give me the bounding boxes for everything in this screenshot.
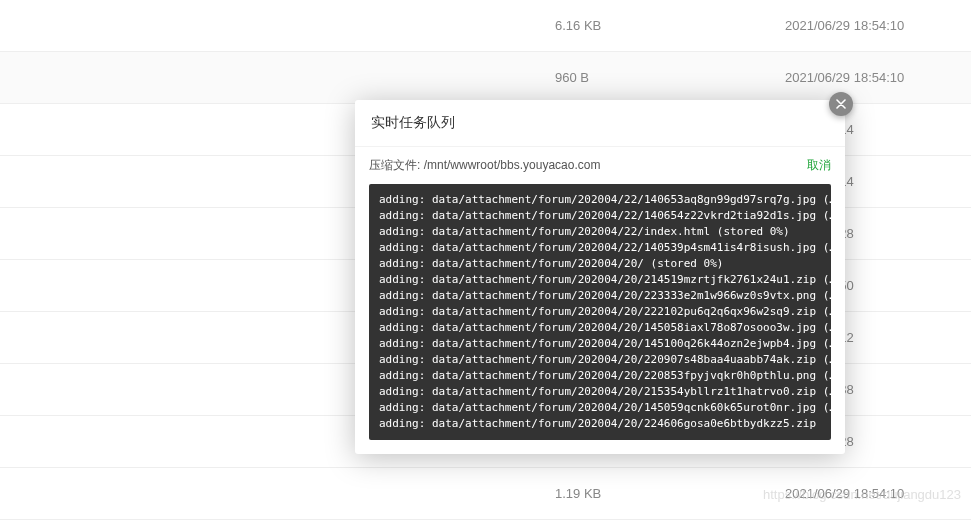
console-prefix: adding: — [379, 369, 425, 382]
console-line: adding: data/attachment/forum/202004/20/… — [379, 256, 821, 272]
console-trail: (stored 0%) — [644, 257, 723, 270]
console-prefix: adding: — [379, 353, 425, 366]
console-line: adding: data/attachment/forum/202004/20/… — [379, 320, 821, 336]
console-trail: (… — [816, 209, 831, 222]
console-trail: (… — [816, 273, 831, 286]
compress-path-label: 压缩文件: /mnt/wwwroot/bbs.youyacao.com — [369, 157, 807, 174]
console-prefix: adding: — [379, 305, 425, 318]
console-line: adding: data/attachment/forum/202004/20/… — [379, 384, 821, 400]
console-trail: (… — [816, 289, 831, 302]
console-path: data/attachment/forum/202004/20/222102pu… — [432, 305, 816, 318]
console-line: adding: data/attachment/forum/202004/20/… — [379, 272, 821, 288]
table-row[interactable]: 960 B2021/06/29 18:54:10 — [0, 52, 971, 104]
console-prefix: adding: — [379, 385, 425, 398]
console-prefix: adding: — [379, 417, 425, 430]
console-path: data/attachment/forum/202004/22/140653aq… — [432, 193, 816, 206]
file-date-cell: 2021/06/29 18:54:10 — [785, 70, 945, 85]
console-trail: (… — [816, 385, 831, 398]
console-line: adding: data/attachment/forum/202004/20/… — [379, 304, 821, 320]
dialog-path-bar: 压缩文件: /mnt/wwwroot/bbs.youyacao.com 取消 — [355, 147, 845, 184]
console-prefix: adding: — [379, 193, 425, 206]
console-path: data/attachment/forum/202004/20/145058ia… — [432, 321, 816, 334]
console-prefix: adding: — [379, 257, 425, 270]
console-path: data/attachment/forum/202004/20/214519mz… — [432, 273, 816, 286]
console-path: data/attachment/forum/202004/20/220853fp… — [432, 369, 816, 382]
console-trail: (… — [816, 193, 831, 206]
console-trail: (… — [816, 369, 831, 382]
console-line: adding: data/attachment/forum/202004/22/… — [379, 224, 821, 240]
console-prefix: adding: — [379, 241, 425, 254]
cancel-button[interactable]: 取消 — [807, 157, 831, 174]
file-size-cell: 1.19 KB — [555, 486, 785, 501]
console-trail: (… — [816, 241, 831, 254]
console-path: data/attachment/forum/202004/20/215354yb… — [432, 385, 816, 398]
console-path: data/attachment/forum/202004/20/ — [432, 257, 644, 270]
console-prefix: adding: — [379, 289, 425, 302]
console-trail: (… — [816, 321, 831, 334]
console-line: adding: data/attachment/forum/202004/22/… — [379, 240, 821, 256]
console-path: data/attachment/forum/202004/20/220907s4… — [432, 353, 816, 366]
console-trail: (… — [816, 353, 831, 366]
console-line: adding: data/attachment/forum/202004/22/… — [379, 208, 821, 224]
console-prefix: adding: — [379, 321, 425, 334]
console-output: adding: data/attachment/forum/202004/22/… — [369, 184, 831, 440]
watermark-text: https://blog.csdn.net/dujiangdu123 — [763, 487, 961, 502]
console-line: adding: data/attachment/forum/202004/20/… — [379, 336, 821, 352]
console-path: data/attachment/forum/202004/20/224606go… — [432, 417, 816, 430]
console-line: adding: data/attachment/forum/202004/20/… — [379, 368, 821, 384]
console-path: data/attachment/forum/202004/20/223333e2… — [432, 289, 816, 302]
dialog-title: 实时任务队列 — [355, 100, 845, 147]
console-line: adding: data/attachment/forum/202004/20/… — [379, 288, 821, 304]
console-prefix: adding: — [379, 337, 425, 350]
console-prefix: adding: — [379, 209, 425, 222]
console-path: data/attachment/forum/202004/22/140539p4… — [432, 241, 816, 254]
console-trail: (stored 0%) — [710, 225, 789, 238]
table-row[interactable]: 6.16 KB2021/06/29 18:54:10 — [0, 0, 971, 52]
console-trail: (… — [816, 401, 831, 414]
console-prefix: adding: — [379, 225, 425, 238]
close-icon[interactable] — [829, 92, 853, 116]
console-line: adding: data/attachment/forum/202004/20/… — [379, 400, 821, 416]
file-date-cell: 2021/06/29 18:54:10 — [785, 18, 945, 33]
console-trail: (… — [816, 305, 831, 318]
console-path: data/attachment/forum/202004/22/140654z2… — [432, 209, 816, 222]
console-prefix: adding: — [379, 273, 425, 286]
console-path: data/attachment/forum/202004/20/145100q2… — [432, 337, 816, 350]
console-line: adding: data/attachment/forum/202004/20/… — [379, 416, 821, 432]
console-path: data/attachment/forum/202004/22/index.ht… — [432, 225, 710, 238]
console-line: adding: data/attachment/forum/202004/22/… — [379, 192, 821, 208]
file-size-cell: 960 B — [555, 70, 785, 85]
console-trail: (… — [816, 337, 831, 350]
console-line: adding: data/attachment/forum/202004/20/… — [379, 352, 821, 368]
task-queue-dialog: 实时任务队列 压缩文件: /mnt/wwwroot/bbs.youyacao.c… — [355, 100, 845, 454]
console-path: data/attachment/forum/202004/20/145059qc… — [432, 401, 816, 414]
console-prefix: adding: — [379, 401, 425, 414]
file-size-cell: 6.16 KB — [555, 18, 785, 33]
